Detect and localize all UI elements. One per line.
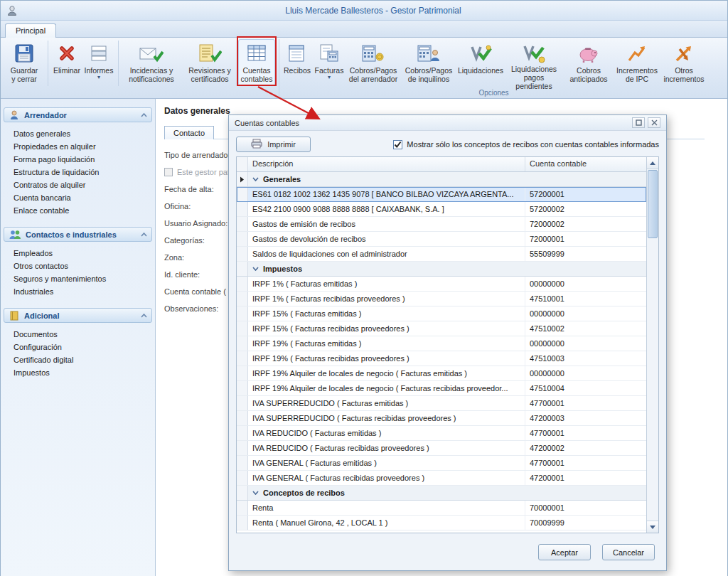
cell-cuenta-contable: 70000001 <box>525 501 646 515</box>
grid-row[interactable]: IVA REDUCIDO ( Facturas recibidas provee… <box>237 441 646 456</box>
tab-principal[interactable]: Principal <box>5 23 56 38</box>
print-button[interactable]: Imprimir <box>236 137 311 152</box>
ribbon-buttons: Guardar y cerrarEliminarInformes▾Inciden… <box>4 39 727 97</box>
ribbon-button-incidencias-y-notificaciones[interactable]: Incidencias y notificaciones <box>122 39 181 86</box>
grid-row[interactable]: Saldos de liquidaciones con el administr… <box>237 247 646 262</box>
grid-row[interactable]: IRPF 1% ( Facturas recibidas proveedores… <box>237 292 646 306</box>
grid-row[interactable]: IRPF 19% ( Facturas recibidas proveedore… <box>237 351 646 366</box>
sidebar-item-empleados[interactable]: Empleados <box>1 247 155 260</box>
tab-contacto[interactable]: Contacto <box>164 126 214 139</box>
accept-button[interactable]: Aceptar <box>538 544 591 560</box>
ribbon-button-facturas[interactable]: Facturas▾ <box>313 39 346 86</box>
accounts-grid: Descripción Cuenta contable GeneralesES6… <box>236 156 659 533</box>
cell-descripcion: IVA GENERAL ( Facturas emitidas ) <box>248 456 525 470</box>
ribbon-button-cobros-pagos-de-inquilinos[interactable]: Cobros/Pagos de inquilinos <box>401 39 456 86</box>
grid-row[interactable]: Gastos de emisión de recibos72000002 <box>237 217 646 232</box>
close-window-button[interactable] <box>648 117 660 128</box>
grid-row[interactable]: IRPF 15% ( Facturas recibidas proveedore… <box>237 321 646 336</box>
sidebar-item-cuenta-bancaria[interactable]: Cuenta bancaria <box>1 191 155 204</box>
cell-descripcion: Saldos de liquidaciones con el administr… <box>248 247 525 261</box>
grid-row[interactable]: ES61 0182 1002 1362 1435 9078 [ BANCO BI… <box>237 187 646 202</box>
scroll-down-button[interactable] <box>647 521 658 533</box>
sidebar-item-seguros-y-mantenimientos[interactable]: Seguros y mantenimientos <box>1 272 155 285</box>
sidebar-item-impuestos[interactable]: Impuestos <box>1 366 155 379</box>
sidebar-item-certificado-digital[interactable]: Certificado digital <box>1 353 155 366</box>
ribbon-button-revisiones-y-certificados[interactable]: Revisiones y certificados <box>181 39 238 86</box>
dialog-title-bar[interactable]: Cuentas contables <box>229 115 666 131</box>
grid-row[interactable]: IVA GENERAL ( Facturas emitidas )4770000… <box>237 456 646 471</box>
cell-descripcion: Gastos de devolución de recibos <box>248 232 525 246</box>
ribbon-button-otros-incrementos[interactable]: Otros incrementos <box>660 39 708 86</box>
sidebar-group-header-contactos-e-industriales[interactable]: Contactos e industriales <box>4 227 152 242</box>
sidebar-item-configuración[interactable]: Configuración <box>1 341 155 353</box>
cell-cuenta-contable: 47700001 <box>525 426 646 440</box>
row-indicator <box>237 486 248 500</box>
sidebar-item-forma-pago-liquidación[interactable]: Forma pago liquidación <box>1 153 155 166</box>
vertical-scrollbar[interactable] <box>646 157 658 533</box>
ribbon-button-cobros-pagos-del-arrendador[interactable]: Cobros/Pagos del arrendador <box>346 39 401 86</box>
checkbox-disabled[interactable] <box>164 168 173 176</box>
scroll-up-button[interactable] <box>647 157 658 169</box>
grid-row[interactable]: ES42 2100 0900 9088 8888 8888 [ CAIXABAN… <box>237 202 646 217</box>
cell-descripcion: Renta <box>248 501 525 515</box>
ribbon-button-cobros-anticipados[interactable]: Cobros anticipados <box>563 39 614 86</box>
grid-row[interactable]: Gastos de devolución de recibos72000001 <box>237 232 646 247</box>
grid-row[interactable]: IRPF 1% ( Facturas emitidas )00000000 <box>237 277 646 292</box>
ribbon-button-recibos[interactable]: Recibos <box>282 39 313 86</box>
cell-descripcion: IRPF 19% ( Facturas emitidas ) <box>248 336 525 351</box>
grid-row[interactable]: IRPF 19% ( Facturas emitidas )00000000 <box>237 336 646 351</box>
grid-row[interactable]: IRPF 15% ( Facturas emitidas )00000000 <box>237 306 646 321</box>
sidebar: Arrendador Datos generalesPropiedades en… <box>1 99 156 576</box>
row-indicator <box>237 202 248 216</box>
sidebar-item-propiedades-en-alquiler[interactable]: Propiedades en alquiler <box>1 140 155 153</box>
grid-row[interactable]: IVA SUPERREDUCIDO ( Facturas emitidas )4… <box>237 396 646 411</box>
sidebar-item-industriales[interactable]: Industriales <box>1 285 155 298</box>
grid-row[interactable]: IRPF 19% Alquiler de locales de negocio … <box>237 381 646 396</box>
grid-row[interactable]: IRPF 19% Alquiler de locales de negocio … <box>237 366 646 381</box>
grid-group-row-impuestos[interactable]: Impuestos <box>237 262 646 277</box>
cell-cuenta-contable: 47700001 <box>525 456 646 470</box>
row-indicator <box>237 381 248 395</box>
grid-row[interactable]: IVA SUPERREDUCIDO ( Facturas recibidas p… <box>237 411 646 426</box>
row-indicator <box>237 456 248 470</box>
grid-group-row-conceptos-de-recibos[interactable]: Conceptos de recibos <box>237 486 646 501</box>
grid-row[interactable]: IVA GENERAL ( Facturas recibidas proveed… <box>237 471 646 486</box>
row-indicator <box>237 441 248 455</box>
grid-row[interactable]: IVA REDUCIDO ( Facturas emitidas )477000… <box>237 426 646 441</box>
sidebar-item-documentos[interactable]: Documentos <box>1 328 155 341</box>
ribbon-button-eliminar[interactable]: Eliminar <box>51 39 82 86</box>
restore-window-button[interactable] <box>632 117 645 128</box>
ribbon-button-incrementos-de-ipc[interactable]: Incrementos de IPC <box>614 39 660 86</box>
sidebar-item-datos-generales[interactable]: Datos generales <box>1 127 155 140</box>
contacts-icon <box>9 229 21 240</box>
grid-row[interactable]: Renta70000001 <box>237 501 646 516</box>
chevron-down-icon[interactable] <box>252 491 259 495</box>
other-increments-icon <box>673 42 695 65</box>
chevron-down-icon[interactable] <box>252 267 259 271</box>
chevron-down-icon[interactable] <box>252 177 259 181</box>
ribbon-button-cuentas-contables[interactable]: Cuentas contables <box>238 39 275 86</box>
sidebar-item-contratos-de-alquiler[interactable]: Contratos de alquiler <box>1 178 155 191</box>
cell-cuenta-contable: 72000002 <box>525 217 646 231</box>
sidebar-item-enlace-contable[interactable]: Enlace contable <box>1 204 155 217</box>
sidebar-group-arrendador: Arrendador Datos generalesPropiedades en… <box>1 107 155 224</box>
sidebar-group-header-adicional[interactable]: Adicional <box>4 308 152 323</box>
grid-group-row-generales[interactable]: Generales <box>237 172 646 187</box>
column-header-cuenta-contable[interactable]: Cuenta contable <box>525 157 646 171</box>
payments-tenants-icon <box>417 42 441 65</box>
cell-descripcion: ES42 2100 0900 9088 8888 8888 [ CAIXABAN… <box>248 202 525 216</box>
ribbon-button-liquidaciones[interactable]: Liquidaciones <box>456 39 505 86</box>
cell-cuenta-contable: 00000000 <box>525 277 646 291</box>
sidebar-group-header-arrendador[interactable]: Arrendador <box>4 107 152 122</box>
scroll-thumb[interactable] <box>648 170 658 238</box>
ribbon-button-liquidaciones-pagos-pendientes[interactable]: Liquidaciones pagos pendientes <box>505 39 563 86</box>
grid-row[interactable]: Renta ( Manuel Girona, 42 , LOCAL 1 )700… <box>237 516 646 530</box>
column-header-descripcion[interactable]: Descripción <box>248 157 525 171</box>
ribbon-button-guardar-y-cerrar[interactable]: Guardar y cerrar <box>4 39 45 86</box>
ribbon-button-informes[interactable]: Informes▾ <box>82 39 115 86</box>
grid-content: Descripción Cuenta contable GeneralesES6… <box>237 157 646 533</box>
cancel-button[interactable]: Cancelar <box>602 544 655 560</box>
filter-checkbox[interactable] <box>393 140 402 149</box>
sidebar-item-otros-contactos[interactable]: Otros contactos <box>1 260 155 272</box>
sidebar-item-estructura-de-liquidación[interactable]: Estructura de liquidación <box>1 166 155 178</box>
